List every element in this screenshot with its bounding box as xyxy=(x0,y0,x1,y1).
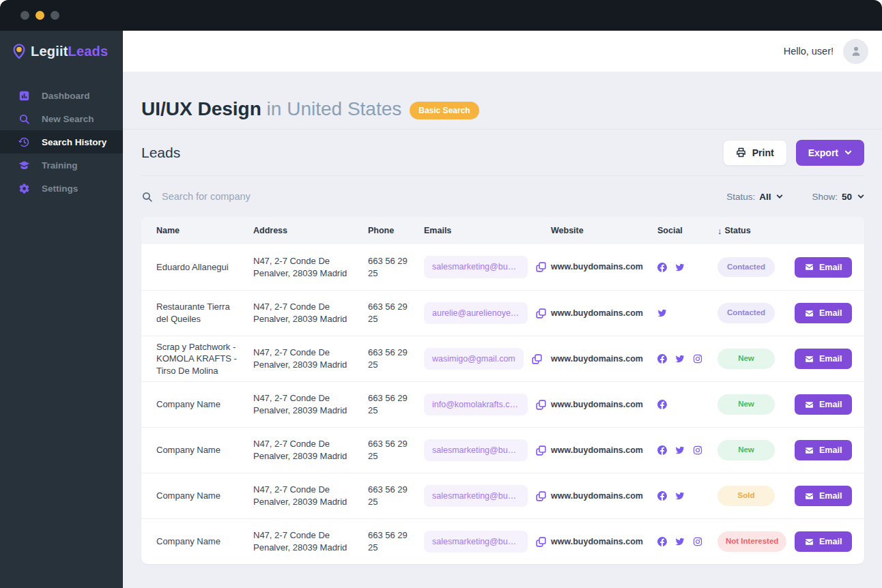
instagram-icon[interactable] xyxy=(693,445,702,455)
lead-emails: salesmarketing@buydom... xyxy=(424,485,551,508)
instagram-icon[interactable] xyxy=(693,537,702,546)
copy-icon[interactable] xyxy=(535,536,547,548)
lead-website[interactable]: www.buydomains.com xyxy=(551,261,657,273)
lead-website[interactable]: www.buydomains.com xyxy=(551,490,657,502)
column-header-social[interactable]: Social xyxy=(657,226,717,235)
settings-icon xyxy=(18,183,30,194)
sidebar-item-search-history[interactable]: Search History xyxy=(0,130,123,153)
envelope-icon xyxy=(805,400,814,409)
email-button[interactable]: Email xyxy=(795,440,852,460)
twitter-icon[interactable] xyxy=(675,445,685,455)
twitter-icon[interactable] xyxy=(675,354,685,364)
lead-email-chip[interactable]: aurelie@aurelienoyer.com xyxy=(424,302,528,325)
printer-icon xyxy=(736,147,746,158)
page-title-band: UI/UX Design in United States Basic Sear… xyxy=(123,72,882,130)
lead-website[interactable]: www.buydomains.com xyxy=(551,353,657,365)
email-button[interactable]: Email xyxy=(795,531,852,552)
table-row: Restaurante Tierra del QueilesN47, 2-7 C… xyxy=(141,290,864,336)
copy-icon[interactable] xyxy=(531,353,543,365)
map-pin-icon xyxy=(12,44,27,59)
lead-status-cell: Sold xyxy=(717,486,795,506)
lead-address: N47, 2-7 Conde De Penalver, 28039 Madrid xyxy=(253,301,368,325)
status-badge: New xyxy=(717,440,775,460)
sidebar-item-dashboard[interactable]: Dashboard xyxy=(0,84,123,107)
column-header-address[interactable]: Address xyxy=(253,226,368,235)
column-header-phone[interactable]: Phone xyxy=(368,226,424,235)
status-badge: Contacted xyxy=(717,303,775,323)
email-button[interactable]: Email xyxy=(795,486,852,506)
facebook-icon[interactable] xyxy=(657,354,667,364)
column-header-emails[interactable]: Emails xyxy=(424,226,551,235)
lead-email-chip[interactable]: salesmarketing@buydom... xyxy=(424,531,528,553)
window-maximize-button[interactable] xyxy=(51,11,59,20)
column-header-website[interactable]: Website xyxy=(551,226,657,235)
filter-row: Status: All Show: 50 xyxy=(141,176,864,217)
lead-status-cell: New xyxy=(717,440,795,460)
sort-descending-icon: ↓ xyxy=(717,226,722,236)
status-badge: Sold xyxy=(717,486,775,506)
lead-address: N47, 2-7 Conde De Penalver, 28039 Madrid xyxy=(253,255,368,279)
facebook-icon[interactable] xyxy=(657,491,667,501)
copy-icon[interactable] xyxy=(535,490,547,502)
email-button[interactable]: Email xyxy=(795,257,852,278)
lead-website[interactable]: www.buydomains.com xyxy=(551,445,657,456)
sidebar-item-new-search[interactable]: New Search xyxy=(0,107,123,130)
lead-name: Scrap y Patchwork - KOMOLA KRAFTS - Tirs… xyxy=(156,341,253,377)
facebook-icon[interactable] xyxy=(657,400,667,409)
copy-icon[interactable] xyxy=(535,399,547,411)
facebook-icon[interactable] xyxy=(657,263,667,272)
leads-table: Name Address Phone Emails Website Social… xyxy=(141,217,864,564)
lead-status-cell: New xyxy=(717,349,795,369)
lead-emails: wasimigo@gmail.com xyxy=(424,348,551,370)
twitter-icon[interactable] xyxy=(657,308,667,318)
search-input[interactable] xyxy=(162,191,380,202)
column-header-name[interactable]: Name xyxy=(156,226,253,235)
instagram-icon[interactable] xyxy=(693,354,702,364)
show-count-dropdown[interactable]: Show: 50 xyxy=(812,192,864,202)
lead-address: N47, 2-7 Conde De Penalver, 28039 Madrid xyxy=(253,392,368,416)
print-button[interactable]: Print xyxy=(723,140,787,166)
copy-icon[interactable] xyxy=(535,261,547,273)
lead-email-chip[interactable]: info@komolakrafts.com xyxy=(424,394,528,416)
logo[interactable]: LegiitLeads xyxy=(0,31,123,72)
lead-emails: salesmarketing@buydom... xyxy=(424,439,551,462)
envelope-icon xyxy=(805,355,814,364)
lead-status-cell: Contacted xyxy=(717,257,795,278)
lead-emails: salesmarketing@buydom... xyxy=(424,531,551,553)
status-badge: New xyxy=(717,394,775,415)
lead-email-chip[interactable]: salesmarketing@buydom... xyxy=(424,256,528,278)
section-title: Leads xyxy=(141,145,180,161)
copy-icon[interactable] xyxy=(535,308,547,319)
sidebar-item-settings[interactable]: Settings xyxy=(0,177,123,200)
column-header-status[interactable]: ↓ Status xyxy=(717,226,795,236)
lead-email-chip[interactable]: wasimigo@gmail.com xyxy=(424,348,524,370)
copy-icon[interactable] xyxy=(535,445,547,456)
lead-website[interactable]: www.buydomains.com xyxy=(551,536,657,548)
twitter-icon[interactable] xyxy=(675,537,685,546)
lead-email-chip[interactable]: salesmarketing@buydom... xyxy=(424,485,528,508)
lead-website[interactable]: www.buydomains.com xyxy=(551,399,657,411)
sidebar-nav: DashboardNew SearchSearch HistoryTrainin… xyxy=(0,84,123,200)
sidebar-item-training[interactable]: Training xyxy=(0,153,123,177)
user-avatar[interactable] xyxy=(843,39,868,64)
twitter-icon[interactable] xyxy=(675,491,685,501)
email-button[interactable]: Email xyxy=(795,349,852,369)
table-row: Eduardo AllaneguiN47, 2-7 Conde De Penal… xyxy=(141,244,864,290)
facebook-icon[interactable] xyxy=(657,445,667,455)
window-minimize-button[interactable] xyxy=(35,11,44,20)
twitter-icon[interactable] xyxy=(675,263,685,272)
lead-email-chip[interactable]: salesmarketing@buydom... xyxy=(424,439,528,462)
lead-phone: 663 56 29 25 xyxy=(368,347,424,370)
lead-phone: 663 56 29 25 xyxy=(368,529,424,553)
email-button[interactable]: Email xyxy=(795,303,852,323)
lead-socials xyxy=(657,445,717,455)
window-close-button[interactable] xyxy=(20,11,29,20)
facebook-icon[interactable] xyxy=(657,537,667,546)
search-icon xyxy=(141,191,153,203)
status-filter-dropdown[interactable]: Status: All xyxy=(726,192,783,202)
export-button[interactable]: Export xyxy=(796,140,864,166)
email-button[interactable]: Email xyxy=(795,394,852,415)
lead-website[interactable]: www.buydomains.com xyxy=(551,308,657,319)
person-icon xyxy=(849,44,863,58)
lead-emails: aurelie@aurelienoyer.com xyxy=(424,302,551,325)
